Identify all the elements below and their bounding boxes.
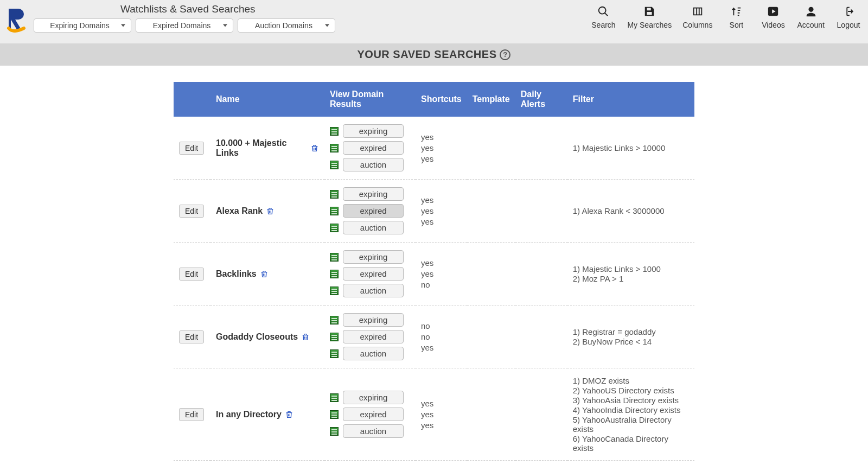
template-cell — [467, 117, 515, 180]
shortcut-value: yes — [421, 410, 462, 419]
xls-icon[interactable] — [330, 253, 339, 262]
row-name: Backlinks — [216, 269, 319, 279]
xls-icon[interactable] — [330, 144, 339, 152]
view-expiring-button[interactable]: expiring — [343, 124, 404, 138]
xls-icon[interactable] — [330, 427, 339, 436]
edit-button[interactable]: Edit — [179, 268, 204, 281]
shortcut-value: yes — [421, 206, 462, 215]
xls-icon[interactable] — [330, 333, 339, 341]
xls-icon[interactable] — [330, 127, 339, 136]
logout-icon — [843, 5, 854, 17]
subheader: YOUR SAVED SEARCHES ? — [0, 43, 868, 66]
view-auction-button[interactable]: auction — [343, 347, 404, 360]
view-expired-button[interactable]: expired — [343, 408, 404, 421]
table-row: EditIn any Directoryexpiringexpiredaucti… — [174, 368, 694, 461]
row-name-text[interactable]: 10.000 + Majestic Links — [216, 138, 307, 158]
alerts-cell — [515, 117, 567, 180]
trash-icon[interactable] — [285, 410, 293, 419]
nav-label: Columns — [682, 21, 712, 29]
xls-icon[interactable] — [330, 270, 339, 278]
template-cell — [467, 368, 515, 461]
nav-columns[interactable]: Columns — [682, 5, 712, 29]
filter-line: 5) YahooAustralia Directory exists — [573, 415, 689, 434]
filter-line: 1) Alexa Rank < 3000000 — [573, 206, 689, 215]
subheader-text: YOUR SAVED SEARCHES — [358, 48, 497, 61]
dropdown-row: Expiring Domains Expired Domains Auction… — [34, 18, 335, 33]
view-expiring-button[interactable]: expiring — [343, 250, 404, 264]
row-name-text[interactable]: Godaddy Closeouts — [216, 332, 298, 342]
shortcut-value: yes — [421, 269, 462, 278]
search-icon — [597, 5, 609, 17]
columns-icon — [692, 5, 704, 17]
xls-icon[interactable] — [330, 287, 339, 295]
shortcut-value: no — [421, 332, 462, 341]
trash-icon[interactable] — [301, 333, 310, 341]
view-expired-button[interactable]: expired — [343, 204, 404, 218]
xls-icon[interactable] — [330, 349, 339, 358]
view-expired-button[interactable]: expired — [343, 330, 404, 343]
filter-line: 2) Moz PA > 1 — [573, 274, 689, 283]
xls-icon[interactable] — [330, 190, 339, 199]
nav-label: Account — [797, 21, 825, 29]
filter-line: 1) Registrar = godaddy — [573, 327, 689, 336]
dropdown-expiring[interactable]: Expiring Domains — [34, 18, 131, 33]
row-name-text[interactable]: Alexa Rank — [216, 206, 263, 216]
shortcut-value: yes — [421, 143, 462, 152]
nav-label: Videos — [762, 21, 785, 29]
filter-line: 2) YahooUS Directory exists — [573, 386, 689, 395]
xls-icon[interactable] — [330, 224, 339, 232]
nav-account[interactable]: Account — [797, 5, 825, 29]
dropdown-expired[interactable]: Expired Domains — [136, 18, 233, 33]
row-name-text[interactable]: In any Directory — [216, 410, 282, 419]
nav-my-searches[interactable]: My Searches — [627, 5, 672, 29]
xls-icon[interactable] — [330, 410, 339, 419]
dropdown-auction[interactable]: Auction Domains — [238, 18, 335, 33]
view-expired-button[interactable]: expired — [343, 141, 404, 155]
shortcut-value: yes — [421, 421, 462, 430]
view-auction-button[interactable]: auction — [343, 221, 404, 234]
xls-icon[interactable] — [330, 207, 339, 215]
view-auction-button[interactable]: auction — [343, 424, 404, 438]
nav-logout[interactable]: Logout — [835, 5, 861, 29]
filter-line: 1) DMOZ exists — [573, 376, 689, 385]
view-expiring-button[interactable]: expiring — [343, 313, 404, 327]
xls-icon[interactable] — [330, 316, 339, 324]
col-alerts: Daily Alerts — [515, 82, 567, 117]
nav-label: Logout — [837, 21, 860, 29]
trash-icon[interactable] — [266, 207, 275, 215]
edit-button[interactable]: Edit — [179, 330, 204, 343]
table-row: Edit10.000 + Majestic Linksexpiringexpir… — [174, 117, 694, 180]
view-expired-button[interactable]: expired — [343, 267, 404, 281]
help-icon[interactable]: ? — [500, 49, 510, 60]
template-cell — [467, 243, 515, 305]
trash-icon[interactable] — [260, 270, 269, 278]
topbar: Watchlists & Saved Searches Expiring Dom… — [0, 0, 868, 43]
trash-icon[interactable] — [310, 144, 319, 152]
view-auction-button[interactable]: auction — [343, 158, 404, 171]
shortcut-value: yes — [421, 399, 462, 408]
nav-sort[interactable]: Sort — [723, 5, 749, 29]
shortcut-value: yes — [421, 343, 462, 352]
filter-line: 3) YahooAsia Directory exists — [573, 396, 689, 405]
col-view: View Domain Results — [324, 82, 416, 117]
edit-button[interactable]: Edit — [179, 142, 204, 155]
filter-line: 4) YahooIndia Directory exists — [573, 405, 689, 415]
filter-line: 1) Majestic Links > 1000 — [573, 264, 689, 273]
view-auction-button[interactable]: auction — [343, 284, 404, 297]
shortcut-value: yes — [421, 132, 462, 142]
view-expiring-button[interactable]: expiring — [343, 391, 404, 404]
row-name-text[interactable]: Backlinks — [216, 269, 257, 279]
nav-search[interactable]: Search — [590, 5, 616, 29]
save-icon — [643, 5, 655, 17]
xls-icon[interactable] — [330, 393, 339, 402]
edit-button[interactable]: Edit — [179, 205, 204, 218]
nav-videos[interactable]: Videos — [760, 5, 786, 29]
edit-button[interactable]: Edit — [179, 408, 204, 421]
row-name: Godaddy Closeouts — [216, 332, 319, 342]
xls-icon[interactable] — [330, 161, 339, 169]
account-icon — [805, 5, 817, 17]
view-expiring-button[interactable]: expiring — [343, 187, 404, 201]
saved-searches-table-wrap: Name View Domain Results Shortcuts Templ… — [174, 82, 694, 461]
col-shortcuts: Shortcuts — [416, 82, 467, 117]
shortcut-value: yes — [421, 258, 462, 268]
